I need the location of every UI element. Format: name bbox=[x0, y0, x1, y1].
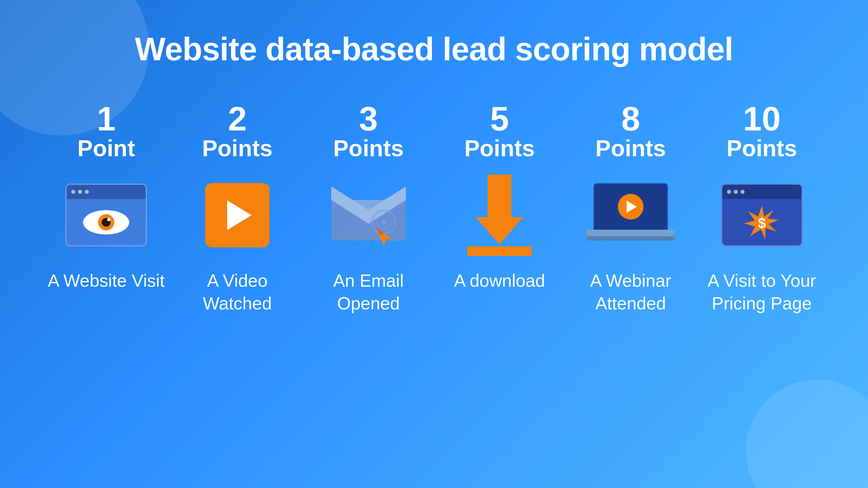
points-text-5: Points bbox=[595, 136, 666, 161]
download-arrow-icon bbox=[467, 175, 532, 256]
points-text-3: Points bbox=[333, 136, 404, 161]
points-label-1: 1 Point bbox=[77, 102, 135, 161]
scoring-grid: 1 Point bbox=[0, 102, 868, 315]
email-cursor-icon bbox=[328, 183, 409, 247]
item-label-3: An Email Opened bbox=[303, 269, 434, 315]
scoring-item-email-opened: 3 Points bbox=[303, 102, 434, 315]
eye-svg bbox=[82, 209, 130, 236]
icon-container-4 bbox=[455, 181, 544, 249]
item-label-1: A Website Visit bbox=[48, 269, 165, 292]
points-label-2: 2 Points bbox=[202, 102, 273, 161]
icon-container-5 bbox=[587, 181, 675, 249]
svg-text:$: $ bbox=[758, 215, 766, 231]
icon-container-2 bbox=[193, 181, 281, 249]
points-label-5: 8 Points bbox=[595, 102, 666, 161]
points-label-4: 5 Points bbox=[464, 102, 535, 161]
points-number-3: 3 bbox=[333, 102, 404, 136]
points-label-3: 3 Points bbox=[333, 102, 404, 161]
scoring-item-download: 5 Points A download bbox=[434, 102, 565, 292]
points-text-4: Points bbox=[464, 136, 535, 161]
points-number-5: 8 bbox=[595, 102, 666, 136]
points-number-1: 1 bbox=[77, 102, 135, 136]
icon-container-1 bbox=[62, 181, 150, 249]
points-number-6: 10 bbox=[727, 102, 797, 136]
item-label-4: A download bbox=[454, 269, 545, 292]
item-label-5: A Webinar Attended bbox=[565, 269, 696, 315]
icon-container-3 bbox=[324, 181, 413, 249]
scoring-item-website-visit: 1 Point bbox=[41, 102, 172, 292]
points-text-6: Points bbox=[727, 136, 797, 161]
scoring-item-video-watched: 2 Points A Video Watched bbox=[172, 102, 303, 315]
points-label-6: 10 Points bbox=[727, 102, 797, 161]
item-label-6: A Visit to Your Pricing Page bbox=[696, 269, 827, 315]
browser-eye-icon bbox=[65, 184, 147, 246]
dollar-star-svg: $ bbox=[743, 204, 781, 241]
points-text-2: Points bbox=[202, 136, 273, 161]
page-wrapper: Website data-based lead scoring model 1 … bbox=[0, 0, 868, 488]
points-text-1: Point bbox=[77, 136, 135, 161]
points-number-4: 5 bbox=[464, 102, 535, 136]
item-label-2: A Video Watched bbox=[172, 269, 303, 315]
page-title: Website data-based lead scoring model bbox=[135, 30, 733, 68]
icon-container-6: $ bbox=[718, 181, 806, 249]
scoring-item-webinar: 8 Points A Webinar Attended bbox=[565, 102, 696, 315]
svg-point-9 bbox=[381, 219, 387, 225]
scoring-item-pricing: 10 Points $ bbox=[696, 102, 827, 315]
svg-point-3 bbox=[107, 218, 111, 221]
laptop-play-icon bbox=[587, 183, 675, 247]
points-number-2: 2 bbox=[202, 102, 273, 136]
pricing-dollar-icon: $ bbox=[721, 184, 803, 246]
video-play-icon bbox=[205, 183, 270, 247]
